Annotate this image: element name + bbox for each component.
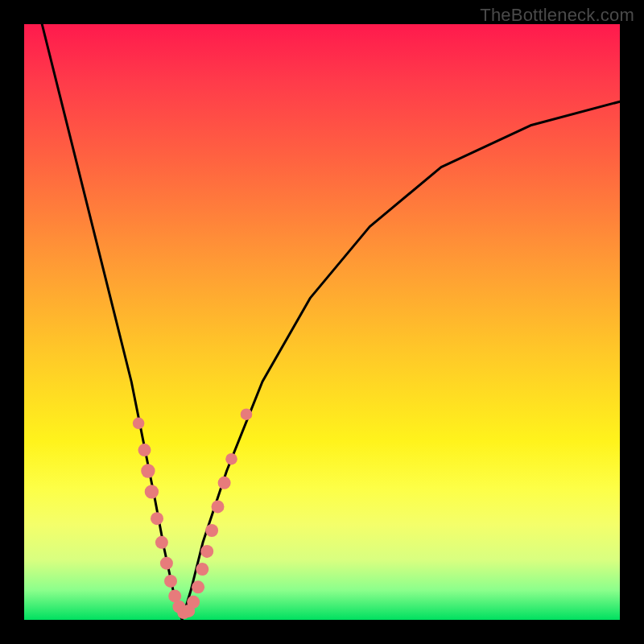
gradient-plot-area (24, 24, 620, 620)
chart-frame: TheBottleneck.com (0, 0, 644, 644)
watermark-text: TheBottleneck.com (480, 5, 634, 26)
